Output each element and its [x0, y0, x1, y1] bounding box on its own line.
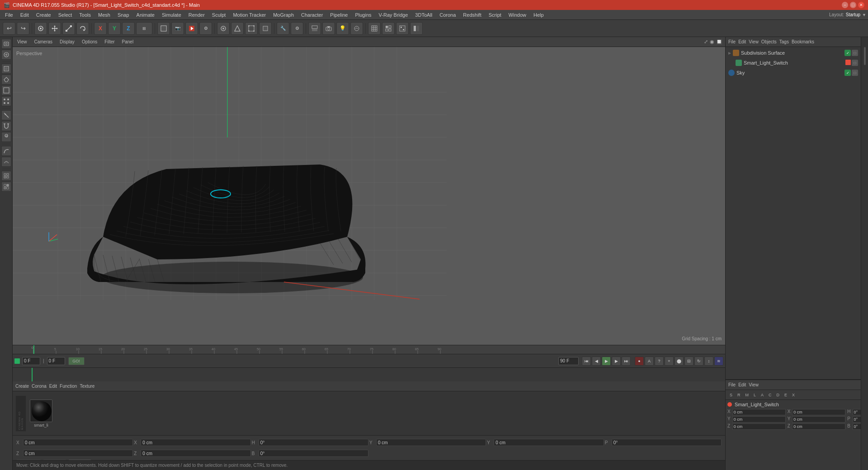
- rotate-button[interactable]: [76, 22, 89, 35]
- attr-pz-input[interactable]: [732, 423, 786, 430]
- attr-menu-view[interactable]: View: [749, 382, 759, 387]
- coord-z2-input[interactable]: [141, 450, 250, 457]
- key-type-button[interactable]: ?: [655, 357, 664, 366]
- menu-corona[interactable]: Corona: [436, 11, 459, 19]
- weight-tool[interactable]: [1, 171, 11, 181]
- z-axis-button[interactable]: Z: [122, 22, 135, 35]
- menu-vray[interactable]: V-Ray Bridge: [376, 11, 411, 19]
- menu-window[interactable]: Window: [505, 11, 529, 19]
- goto-start-button[interactable]: ⏮: [582, 357, 591, 366]
- obj-menu-edit[interactable]: Edit: [738, 39, 746, 44]
- menu-animate[interactable]: Animate: [133, 11, 158, 19]
- material-swatch[interactable]: [30, 400, 52, 422]
- obj-tag-visibility[interactable]: ✓: [844, 50, 851, 56]
- edge-select-tool[interactable]: [1, 85, 11, 95]
- mat-menu-function[interactable]: Function: [60, 384, 77, 389]
- vp-menu-display[interactable]: Display: [58, 39, 76, 45]
- scale-button[interactable]: [62, 22, 75, 35]
- object-mode-button[interactable]: [217, 22, 230, 35]
- obj-menu-view[interactable]: View: [749, 39, 759, 44]
- polygon-mode-button[interactable]: [259, 22, 272, 35]
- vp-menu-view[interactable]: View: [15, 39, 29, 45]
- attr-rx-input[interactable]: [792, 409, 845, 415]
- 3d-viewport[interactable]: Perspective Grid Spacing : 1 cm: [13, 47, 725, 345]
- object-tool[interactable]: [1, 64, 11, 74]
- coord-p-input[interactable]: [612, 439, 722, 446]
- attr-menu-file[interactable]: File: [728, 382, 736, 387]
- polygon-select-tool[interactable]: [1, 75, 11, 85]
- brush-tool[interactable]: S: [1, 132, 11, 142]
- auto-key-button[interactable]: A: [645, 357, 654, 366]
- display-button[interactable]: [396, 22, 409, 35]
- menu-mesh[interactable]: Mesh: [95, 11, 113, 19]
- coord-x-input[interactable]: [23, 439, 133, 446]
- attr-b-input[interactable]: [853, 423, 861, 430]
- mat-menu-create[interactable]: Create: [15, 384, 29, 389]
- attr-ry-input[interactable]: [792, 416, 845, 423]
- attr-tab-l[interactable]: L: [751, 392, 758, 398]
- obj-menu-bookmarks[interactable]: Bookmarks: [792, 39, 814, 44]
- attr-px-input[interactable]: [732, 409, 786, 415]
- menu-file[interactable]: File: [2, 11, 16, 19]
- coord-h-input[interactable]: [259, 439, 368, 446]
- go-button[interactable]: GO!: [68, 357, 85, 365]
- attr-tab-a[interactable]: A: [759, 392, 766, 398]
- menu-motion-tracker[interactable]: Motion Tracker: [230, 11, 269, 19]
- point-mode-button[interactable]: [245, 22, 258, 35]
- menu-character[interactable]: Character: [298, 11, 326, 19]
- obj-tag-sky-render[interactable]: □: [852, 70, 858, 76]
- obj-menu-file[interactable]: File: [728, 39, 736, 44]
- floor-button[interactable]: [308, 22, 321, 35]
- prev-frame-button[interactable]: ◀: [592, 357, 601, 366]
- menu-simulate[interactable]: Simulate: [159, 11, 184, 19]
- camera-orbit-tool[interactable]: [1, 39, 11, 49]
- x-axis-button[interactable]: X: [94, 22, 107, 35]
- attr-tab-m[interactable]: M: [743, 392, 751, 398]
- obj-menu-objects[interactable]: Objects: [761, 39, 777, 44]
- render-region-button[interactable]: [157, 22, 170, 35]
- menu-plugins[interactable]: Plugins: [352, 11, 374, 19]
- attr-tab-c[interactable]: C: [766, 392, 774, 398]
- render-button[interactable]: [185, 22, 198, 35]
- menu-pipeline[interactable]: Pipeline: [327, 11, 351, 19]
- attr-py-input[interactable]: [732, 416, 786, 423]
- menu-redshift[interactable]: Redshift: [460, 11, 484, 19]
- record-button[interactable]: ●: [635, 357, 644, 366]
- magnet-tool[interactable]: [1, 121, 11, 131]
- render-settings-button[interactable]: ⚙: [199, 22, 212, 35]
- sky-button[interactable]: [350, 22, 363, 35]
- key-rot-button[interactable]: ↻: [694, 357, 703, 366]
- vp-menu-cameras[interactable]: Cameras: [33, 39, 55, 45]
- line-cut-tool[interactable]: [1, 110, 11, 120]
- redo-button[interactable]: ↪: [17, 22, 29, 35]
- grid-button[interactable]: [368, 22, 381, 35]
- spline-tool[interactable]: [1, 146, 11, 156]
- attr-tab-r[interactable]: R: [735, 392, 743, 398]
- attr-tab-s[interactable]: S: [727, 392, 735, 398]
- color-button[interactable]: [410, 22, 423, 35]
- vp-maximize-icon[interactable]: ⤢: [704, 39, 708, 45]
- menu-select[interactable]: Select: [55, 11, 75, 19]
- mat-menu-corona[interactable]: Corona: [32, 384, 47, 389]
- menu-render[interactable]: Render: [185, 11, 208, 19]
- layout-dropdown-icon[interactable]: ▼: [862, 13, 866, 17]
- key-pos-button[interactable]: ⊟: [684, 357, 693, 366]
- mat-menu-texture[interactable]: Texture: [80, 384, 94, 389]
- menu-help[interactable]: Help: [530, 11, 547, 19]
- add-keyframe-button[interactable]: +: [665, 357, 674, 366]
- minimize-button[interactable]: −: [842, 2, 848, 8]
- obj-tag-sky-vis[interactable]: ✓: [844, 70, 851, 76]
- maximize-button[interactable]: □: [850, 2, 856, 8]
- menu-create[interactable]: Create: [33, 11, 54, 19]
- edge-mode-button[interactable]: [231, 22, 244, 35]
- point-select-tool[interactable]: [1, 96, 11, 106]
- menu-script[interactable]: Script: [486, 11, 505, 19]
- menu-mograph[interactable]: MoGraph: [270, 11, 297, 19]
- coord-y-input[interactable]: [376, 439, 486, 446]
- attr-h-input[interactable]: [853, 409, 861, 415]
- render-view-button[interactable]: 📷: [171, 22, 184, 35]
- snap-button[interactable]: 🔧: [277, 22, 289, 35]
- attr-tab-x[interactable]: X: [790, 392, 797, 398]
- snap-settings-button[interactable]: ⚙: [291, 22, 303, 35]
- coord-b-input[interactable]: [259, 450, 368, 457]
